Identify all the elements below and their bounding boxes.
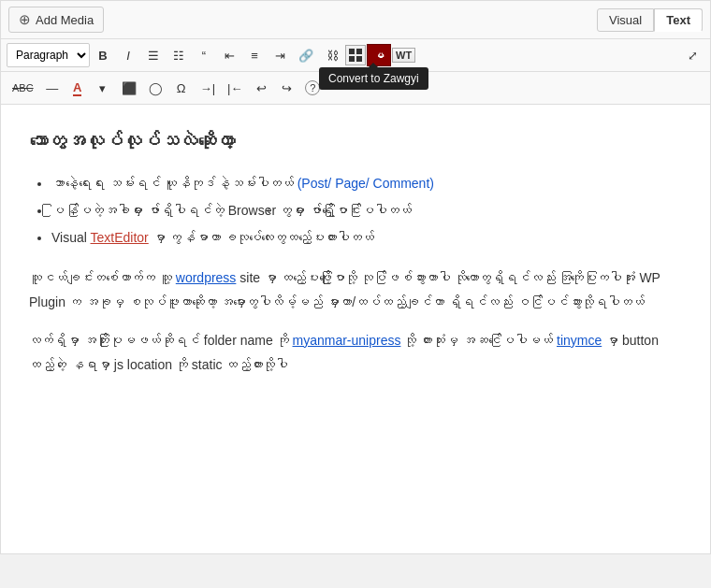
tab-visual[interactable]: Visual [597, 8, 654, 32]
bullet2-text: ပြန်ပြတဲ့အခါမှာ ဖော်ရှိပါရင်တဲ့ Browser … [51, 203, 412, 218]
para1-link-wordpress[interactable]: wordpress [176, 270, 237, 285]
strikethrough-icon: ABC [12, 82, 34, 93]
mce-img-button[interactable]: WT [392, 48, 415, 63]
indent-button[interactable]: →| [195, 76, 221, 100]
text-color-button[interactable]: A [65, 76, 90, 100]
blockquote-icon: “ [202, 49, 206, 63]
list-item-1: ဘာနဲ့ရေးရေး သမ်းရင် ယူနိကုဒ်နဲ့သမ်းပါတယ်… [51, 172, 682, 195]
fullscreen-icon: ⤢ [688, 49, 698, 63]
unlink-button[interactable]: ⛓ [320, 43, 344, 67]
link-icon: 🔗 [298, 49, 313, 63]
fullscreen-button[interactable]: ⤢ [680, 43, 704, 67]
format-select[interactable]: Paragraph [7, 43, 90, 67]
para2-prefix: လက်ရှိမှာ အဘိုးပြုမဖယ်ဆိုရင် folder name… [29, 333, 293, 348]
mce-img-icon: WT [396, 50, 412, 61]
undo-button[interactable]: ↩ [249, 76, 273, 100]
add-media-label: Add Media [36, 13, 94, 27]
bold-button[interactable]: B [91, 43, 115, 67]
add-media-button[interactable]: ⊕ Add Media [8, 7, 104, 33]
bullet-list: ဘာနဲ့ရေးရေး သမ်းရင် ယူနိကုဒ်နဲ့သမ်းပါတယ်… [51, 172, 682, 251]
bullet3-prefix: Visual [51, 230, 91, 245]
special-char-button[interactable]: Ω [169, 76, 194, 100]
hr-icon: — [46, 81, 58, 95]
help-button[interactable]: ? [299, 76, 326, 100]
list-item-2: ပြန်ပြတဲ့အခါမှာ ဖော်ရှိပါရင်တဲ့ Browser … [51, 199, 682, 222]
editor-content[interactable]: ဘာတွေအလုပ်လုပ်သလဲဆိုတော့ ဘာနဲ့ရေးရေး သမ်… [1, 105, 710, 553]
text-color-icon: A [73, 80, 81, 96]
special-char-icon: Ω [177, 81, 186, 95]
link-button[interactable]: 🔗 [293, 43, 319, 67]
align-right-button[interactable]: ⇥ [268, 43, 292, 67]
mce-grid-button[interactable] [345, 45, 366, 65]
tab-text[interactable]: Text [654, 8, 703, 32]
top-bar: ⊕ Add Media Visual Text [1, 1, 710, 39]
erase-icon: ◯ [149, 81, 163, 95]
para2-middle: လို့ တားသုံးမှ အဆင်ပြေပါမယ် [400, 333, 557, 348]
para1-prefix: သူငယ်ချင်းတစ်ယောက်က သူ့ [29, 270, 176, 285]
undo-icon: ↩ [256, 81, 267, 95]
list-item-3: Visual TextEditor မှာ ကွန်မာတာ ခလုပ်လေးတ… [51, 226, 682, 250]
toolbar-row-1: Paragraph B I ☰ ☷ “ ⇤ ≡ ⇥ 🔗 ⛓ [1, 39, 710, 72]
bullet1-postfix: (Post/ Page/ Comment) [297, 176, 434, 191]
redo-icon: ↪ [282, 81, 292, 95]
zawgyi-convert-button[interactable]: မ [367, 44, 391, 66]
strikethrough-button[interactable]: ABC [7, 76, 39, 100]
bold-icon: B [98, 49, 107, 63]
unordered-list-button[interactable]: ☰ [141, 43, 166, 67]
toolbar-row-2: ABC — A ▾ ⬛ ◯ Ω →| |← ↩ ↪ [1, 72, 710, 105]
format-icon: ⬛ [122, 81, 137, 95]
align-left-icon: ⇤ [225, 49, 235, 63]
para2-link-tinymce[interactable]: tinymce [557, 333, 602, 348]
svg-rect-0 [349, 49, 355, 54]
hr-button[interactable]: — [40, 76, 65, 100]
bullet3-suffix: မှာ ကွန်မာတာ ခလုပ်လေးတွေထည့်ပေးထားပါတယ် [149, 230, 375, 245]
paragraph-1: သူငယ်ချင်းတစ်ယောက်က သူ့ wordpress site မ… [29, 265, 682, 315]
align-left-button[interactable]: ⇤ [217, 43, 241, 67]
bullet1-text: ဘာနဲ့ရေးရေး သမ်းရင် ယူနိကုဒ်နဲ့သမ်းပါတယ် [51, 176, 297, 191]
color-picker-button[interactable]: ▾ [91, 76, 115, 100]
zawgyi-icon: မ [373, 50, 385, 61]
unlink-icon: ⛓ [326, 49, 339, 63]
svg-rect-2 [349, 56, 355, 62]
bullet3-link[interactable]: TextEditor [91, 230, 149, 245]
ol-icon: ☷ [173, 49, 184, 63]
outdent-icon: |← [227, 81, 242, 95]
paragraph-2: လက်ရှိမှာ အဘိုးပြုမဖယ်ဆိုရင် folder name… [29, 328, 682, 378]
blockquote-button[interactable]: “ [192, 43, 216, 67]
italic-button[interactable]: I [116, 43, 140, 67]
color-picker-icon: ▾ [99, 81, 106, 95]
add-media-icon: ⊕ [19, 11, 31, 28]
redo-button[interactable]: ↪ [274, 76, 298, 100]
para2-link-myanmar-unipress[interactable]: myanmar-unipress [293, 333, 401, 348]
ul-icon: ☰ [148, 49, 159, 63]
svg-rect-3 [356, 56, 362, 62]
align-center-button[interactable]: ≡ [242, 43, 267, 67]
erase-button[interactable]: ◯ [143, 76, 168, 100]
ordered-list-button[interactable]: ☷ [167, 43, 191, 67]
help-icon: ? [305, 80, 320, 95]
align-right-icon: ⇥ [275, 49, 285, 63]
svg-rect-1 [356, 49, 362, 54]
outdent-button[interactable]: |← [222, 76, 248, 100]
view-tabs: Visual Text [597, 8, 703, 32]
content-heading: ဘာတွေအလုပ်လုပ်သလဲဆိုတော့ [29, 123, 682, 157]
editor-wrapper: ⊕ Add Media Visual Text Paragraph B I ☰ … [0, 0, 711, 554]
italic-icon: I [126, 49, 130, 63]
align-center-icon: ≡ [251, 49, 258, 63]
format-button[interactable]: ⬛ [116, 76, 142, 100]
indent-icon: →| [200, 81, 215, 95]
